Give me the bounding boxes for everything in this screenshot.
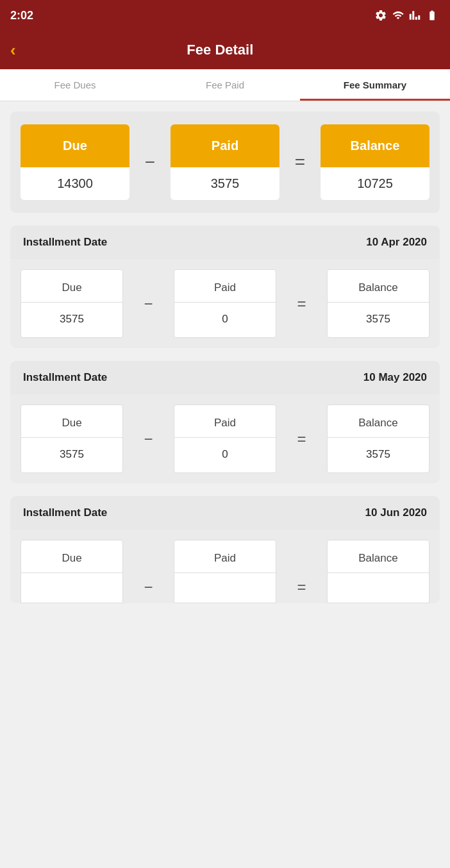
minus-operator: − [145, 152, 155, 172]
back-button[interactable]: ‹ [10, 42, 16, 58]
inst-due-box-2: Due 3575 [21, 405, 123, 473]
installment-section-1: Installment Date 10 Apr 2020 Due 3575 − … [10, 226, 440, 348]
installment-header-2: Installment Date 10 May 2020 [10, 361, 440, 394]
inst-balance-label-1: Balance [328, 270, 429, 303]
due-label: Due [21, 124, 129, 167]
inst-due-label-2: Due [21, 405, 122, 438]
installment-label-3: Installment Date [23, 506, 107, 519]
balance-label: Balance [321, 124, 429, 167]
installment-date-1: 10 Apr 2020 [366, 236, 427, 249]
installment-header-1: Installment Date 10 Apr 2020 [10, 226, 440, 259]
app-bar: ‹ Fee Detail [0, 31, 450, 69]
paid-label: Paid [171, 124, 279, 167]
installment-date-3: 10 Jun 2020 [365, 506, 427, 519]
inst-paid-box-2: Paid 0 [174, 405, 276, 473]
installment-label-2: Installment Date [23, 371, 107, 384]
inst-equals-3: = [297, 578, 306, 596]
inst-minus-1: − [144, 295, 153, 313]
inst-due-box-1: Due 3575 [21, 269, 123, 338]
summary-totals-card: Due 14300 − Paid 3575 = Balance 10725 [10, 112, 440, 213]
inst-minus-2: − [144, 430, 153, 448]
inst-paid-box-1: Paid 0 [174, 269, 276, 338]
inst-equals-1: = [297, 295, 306, 313]
inst-balance-value-1: 3575 [366, 303, 390, 337]
inst-due-label-1: Due [21, 270, 122, 303]
installment-header-3: Installment Date 10 Jun 2020 [10, 496, 440, 530]
inst-due-value-2: 3575 [60, 438, 84, 472]
due-box: Due 14300 [21, 124, 129, 200]
battery-icon [424, 10, 440, 21]
inst-paid-label-1: Paid [174, 270, 276, 303]
status-time: 2:02 [10, 9, 33, 22]
paid-box: Paid 3575 [171, 124, 279, 200]
equals-operator: = [295, 152, 305, 172]
inst-balance-label-2: Balance [328, 405, 429, 438]
tabs-container: Fee Dues Fee Paid Fee Summary [0, 69, 450, 101]
inst-balance-box-3: Balance [327, 540, 429, 603]
signal-icon [409, 10, 421, 21]
inst-paid-label-3: Paid [174, 540, 276, 573]
inst-balance-box-1: Balance 3575 [327, 269, 429, 338]
inst-balance-label-3: Balance [328, 540, 429, 573]
inst-paid-value-1: 0 [222, 303, 228, 337]
installment-body-3: Due − Paid = Balance [10, 530, 440, 603]
installment-section-2: Installment Date 10 May 2020 Due 3575 − … [10, 361, 440, 483]
inst-balance-box-2: Balance 3575 [327, 405, 429, 473]
tab-fee-summary[interactable]: Fee Summary [300, 69, 450, 101]
installment-section-3: Installment Date 10 Jun 2020 Due − Paid … [10, 496, 440, 603]
installment-label-1: Installment Date [23, 236, 107, 249]
installment-body-2: Due 3575 − Paid 0 = Balance 3575 [10, 394, 440, 483]
gear-icon [374, 9, 387, 22]
inst-due-label-3: Due [21, 540, 122, 573]
balance-value: 10725 [357, 167, 393, 200]
due-value: 14300 [57, 167, 93, 200]
inst-paid-box-3: Paid [174, 540, 276, 603]
wifi-icon [391, 10, 405, 21]
inst-balance-value-2: 3575 [366, 438, 390, 472]
tab-fee-dues[interactable]: Fee Dues [0, 69, 150, 101]
inst-minus-3: − [144, 578, 153, 596]
installment-date-2: 10 May 2020 [363, 371, 427, 384]
inst-due-box-3: Due [21, 540, 123, 603]
inst-paid-label-2: Paid [174, 405, 276, 438]
content-area: Due 14300 − Paid 3575 = Balance 10725 In… [0, 101, 450, 626]
status-icons [374, 9, 440, 22]
paid-value: 3575 [211, 167, 240, 200]
balance-box: Balance 10725 [321, 124, 429, 200]
page-title: Fee Detail [26, 42, 414, 58]
inst-due-value-1: 3575 [60, 303, 84, 337]
tab-fee-paid[interactable]: Fee Paid [150, 69, 300, 101]
status-bar: 2:02 [0, 0, 450, 31]
inst-paid-value-2: 0 [222, 438, 228, 472]
inst-equals-2: = [297, 430, 306, 448]
installment-body-1: Due 3575 − Paid 0 = Balance 3575 [10, 259, 440, 348]
